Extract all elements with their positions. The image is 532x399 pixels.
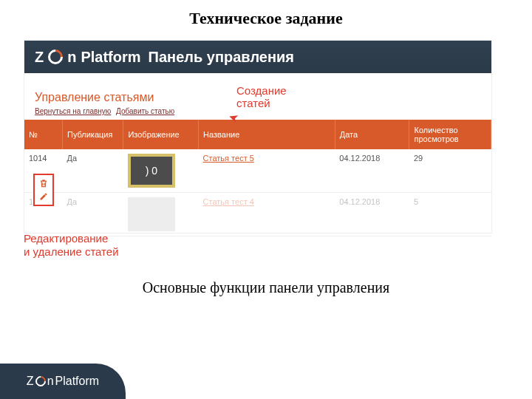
cell-title: Статья тест 5 xyxy=(199,149,335,193)
cell-date: 04.12.2018 xyxy=(335,149,409,193)
cell-img: ) 0 xyxy=(123,149,199,193)
table-row: 1014 Да ) 0 Статья тест 5 04.12.2018 29 xyxy=(24,149,491,193)
cell-date: 04.12.2018 xyxy=(335,193,409,236)
cell-pub: Да xyxy=(62,149,123,193)
footer-brand: ZnPlatform xyxy=(0,364,126,399)
brand-zen-suffix: n xyxy=(67,41,76,73)
brand-platform: Platform xyxy=(81,41,140,73)
slide-title: Техническое задание xyxy=(0,9,532,28)
link-add-article[interactable]: Добавить статью xyxy=(116,107,174,115)
cell-img xyxy=(123,193,199,236)
th-views: Количество просмотров xyxy=(409,120,491,149)
annotation-create-articles: Созданиестатей xyxy=(236,85,287,109)
article-thumb: ) 0 xyxy=(128,154,175,188)
articles-table: № Публикация Изображение Название Дата К… xyxy=(24,120,491,236)
brand-o-icon xyxy=(33,374,48,389)
link-back-home[interactable]: Вернуться на главную xyxy=(35,107,111,115)
app-header: ZnPlatform Панель управления xyxy=(24,41,491,73)
row-actions-highlight xyxy=(33,174,54,206)
footer-zen-prefix: Z xyxy=(27,375,34,388)
footer-platform: Platform xyxy=(55,375,100,388)
table-row: 1013 Да Статья тест 4 04.12.2018 5 xyxy=(24,193,491,236)
delete-button[interactable] xyxy=(38,177,50,189)
annotation-edit-delete: Редактированиеи удаление статей xyxy=(24,232,119,259)
slide-caption: Основные функции панели управления xyxy=(0,279,532,296)
th-pub: Публикация xyxy=(62,120,123,149)
article-title-link[interactable]: Статья тест 4 xyxy=(203,197,254,206)
cell-views: 5 xyxy=(409,193,491,236)
cell-title: Статья тест 4 xyxy=(199,193,335,236)
cell-views: 29 xyxy=(409,149,491,193)
th-num: № xyxy=(24,120,62,149)
article-thumb xyxy=(128,197,175,231)
th-date: Дата xyxy=(335,120,409,149)
th-title: Название xyxy=(199,120,335,149)
cell-pub: Да xyxy=(62,193,123,236)
brand-zen-prefix: Z xyxy=(35,41,44,73)
admin-panel-screenshot: ZnPlatform Панель управления Управление … xyxy=(24,40,492,233)
th-img: Изображение xyxy=(123,120,199,149)
app-header-title: ZnPlatform Панель управления xyxy=(24,41,491,73)
edit-button[interactable] xyxy=(38,191,50,202)
brand-panel-label: Панель управления xyxy=(149,41,294,73)
pencil-icon xyxy=(39,192,48,201)
article-title-link[interactable]: Статья тест 5 xyxy=(203,154,254,163)
trash-icon xyxy=(38,178,49,188)
footer-zen-suffix: n xyxy=(47,375,54,388)
brand-o-icon xyxy=(45,47,66,67)
